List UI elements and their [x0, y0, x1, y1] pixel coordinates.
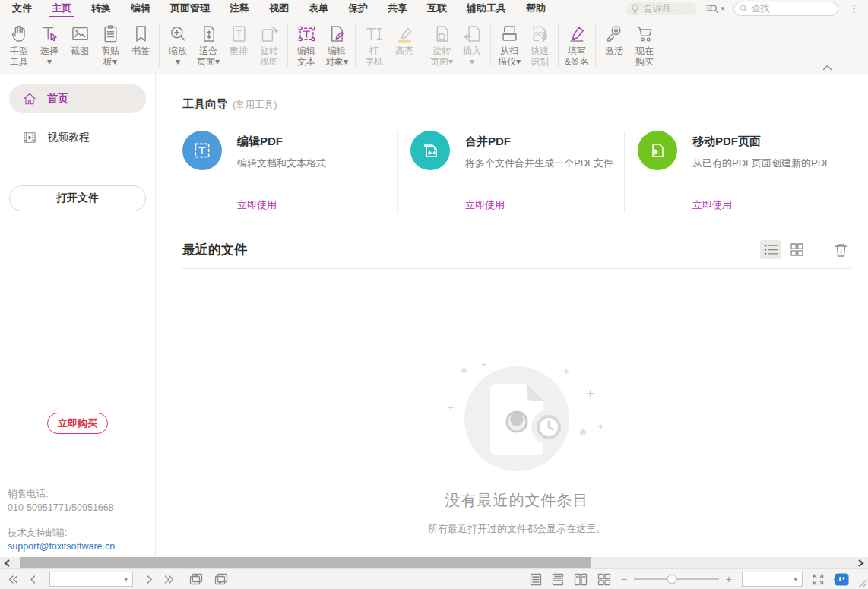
last-page-icon[interactable]	[164, 575, 175, 584]
typewriter-icon	[364, 22, 385, 46]
snapshot-button[interactable]: 截图	[65, 22, 95, 67]
contact-info: 销售电话: 010-50951771/50951668 技术支持邮箱: supp…	[8, 487, 115, 553]
menu-comment[interactable]: 注释	[220, 0, 259, 17]
rotate-pages-icon	[432, 22, 452, 46]
zoom-slider-handle[interactable]	[667, 575, 677, 584]
ribbon-group-edit: 编辑 文本 编辑 对象▾	[291, 22, 352, 67]
fit-page-button[interactable]: 适合 页面▾	[193, 22, 223, 67]
ribbon-group-scan: 从扫 描仪▾ OCR 快速 识别	[494, 22, 555, 67]
tools-wizard-title: 工具向导(常用工具)	[182, 97, 851, 112]
card-desc: 从已有的PDF页面创建新的PDF	[692, 157, 831, 170]
card-action-link[interactable]: 立即使用	[237, 198, 277, 212]
buy-now-button[interactable]: 立即购买	[47, 413, 108, 434]
assistant-robot-icon[interactable]	[834, 572, 850, 587]
card-edit-pdf[interactable]: 编辑PDF 编辑文档和文本格式 立即使用	[182, 131, 397, 212]
find-box[interactable]	[733, 2, 838, 16]
menu-edit[interactable]: 编辑	[121, 0, 160, 17]
ribbon-group-license: 激活 现在 购买	[599, 22, 660, 67]
menu-file[interactable]: 文件	[2, 0, 42, 17]
zoom-out-button[interactable]: −	[621, 574, 627, 584]
menu-home[interactable]: 主页	[42, 0, 81, 17]
menu-accessibility[interactable]: 辅助工具	[457, 0, 516, 17]
facing-view-icon[interactable]	[574, 573, 588, 586]
fullscreen-icon[interactable]	[813, 574, 824, 585]
tell-me-box[interactable]: 告诉我...	[626, 2, 697, 15]
select-tool-button[interactable]: 选择 ▾	[34, 22, 65, 67]
typewriter-button[interactable]: 打 字机	[359, 22, 389, 67]
from-scanner-button[interactable]: 从扫 描仪▾	[494, 22, 524, 67]
edit-object-button[interactable]: 编辑 对象▾	[322, 22, 352, 67]
empty-state-art: + + + + +	[464, 366, 569, 471]
rotate-view-button[interactable]: 旋转 视图	[254, 22, 284, 67]
hand-tool-button[interactable]: 手型 工具	[4, 22, 34, 67]
activate-button[interactable]: 激活	[599, 22, 629, 67]
trash-icon	[835, 243, 847, 257]
menu-form[interactable]: 表单	[299, 0, 338, 17]
reflow-button[interactable]: 重排	[223, 22, 254, 67]
sparkle-icon: +	[563, 365, 570, 376]
continuous-view-icon[interactable]	[552, 573, 564, 586]
caret-down-icon: ▾	[721, 5, 724, 12]
resize-grip[interactable]	[857, 578, 867, 588]
ribbon-toolbar: 手型 工具 选择 ▾ 截图 剪贴 板▾	[0, 17, 868, 74]
menu-convert[interactable]: 转换	[81, 0, 121, 17]
next-page-icon[interactable]	[146, 575, 153, 584]
tool-cards: 编辑PDF 编辑文档和文本格式 立即使用 合并PDF 将多个文件合并生成一个PD…	[182, 131, 851, 212]
caret-down-icon: ▾	[124, 576, 128, 583]
zoom-percent-combobox[interactable]: ▾	[742, 572, 803, 587]
zoom-in-button[interactable]: +	[726, 574, 732, 584]
menu-protect[interactable]: 保护	[338, 0, 378, 17]
sparkle-icon: +	[481, 360, 486, 369]
find-input[interactable]	[751, 3, 832, 14]
clipboard-button[interactable]: 剪贴 板▾	[95, 22, 125, 67]
collapse-ribbon-button[interactable]	[822, 65, 832, 71]
fill-sign-button[interactable]: 填写 &签名	[562, 22, 592, 67]
empty-state-title: 没有最近的文件条目	[445, 490, 589, 511]
sparkle-icon: +	[448, 403, 454, 413]
zoom-slider[interactable]	[634, 578, 719, 580]
scroll-left-arrow[interactable]	[0, 557, 14, 568]
next-view-icon[interactable]	[214, 573, 228, 585]
page-number-combobox[interactable]: ▾	[49, 572, 133, 587]
support-email-link[interactable]: support@foxitsoftware.cn	[8, 540, 115, 553]
menu-help[interactable]: 帮助	[516, 0, 556, 17]
buy-now-ribbon-button[interactable]: 现在 购买	[629, 22, 660, 67]
card-title: 移动PDF页面	[692, 135, 831, 149]
menu-connect[interactable]: 互联	[417, 0, 457, 17]
tools-wizard-note: (常用工具)	[233, 100, 277, 110]
previous-view-icon[interactable]	[189, 573, 203, 585]
fill-sign-icon	[567, 22, 588, 46]
menu-view[interactable]: 视图	[259, 0, 299, 17]
facing-continuous-view-icon[interactable]	[597, 573, 611, 586]
card-merge-pdf[interactable]: 合并PDF 将多个文件合并生成一个PDF文件 立即使用	[397, 131, 624, 212]
grid-view-button[interactable]	[787, 240, 807, 259]
previous-page-icon[interactable]	[30, 575, 36, 584]
menu-share[interactable]: 共享	[378, 0, 417, 17]
card-action-link[interactable]: 立即使用	[465, 198, 505, 212]
zoom-button[interactable]: 缩放 ▾	[163, 22, 193, 67]
sidebar-item-home[interactable]: 首页	[9, 84, 146, 113]
scanner-icon	[499, 22, 520, 46]
open-file-button[interactable]: 打开文件	[9, 185, 146, 211]
rotate-pages-button[interactable]: 旋转 页面▾	[426, 22, 457, 67]
sidebar-item-video-tutorials[interactable]: 视频教程	[9, 123, 146, 152]
first-page-icon[interactable]	[8, 575, 18, 584]
advanced-search-button[interactable]: ▾	[706, 3, 724, 14]
bookmark-icon	[131, 22, 151, 46]
menu-page-organize[interactable]: 页面管理	[160, 0, 220, 17]
insert-pages-button[interactable]: 插入 ▾	[457, 22, 487, 67]
quick-ocr-button[interactable]: OCR 快速 识别	[524, 22, 555, 67]
scrollbar-track[interactable]	[14, 557, 854, 568]
scroll-right-arrow[interactable]	[854, 557, 868, 568]
kebab-menu-icon[interactable]: ⋮	[847, 3, 860, 14]
scrollbar-thumb[interactable]	[20, 557, 591, 568]
card-action-link[interactable]: 立即使用	[692, 198, 732, 212]
clear-recent-button[interactable]	[831, 240, 851, 259]
bookmark-button[interactable]: 书签	[125, 22, 156, 67]
list-view-button[interactable]	[760, 240, 781, 259]
card-move-pdf-pages[interactable]: 移动PDF页面 从已有的PDF页面创建新的PDF 立即使用	[624, 131, 851, 212]
highlight-button[interactable]: 高亮	[389, 22, 420, 67]
single-page-view-icon[interactable]	[530, 573, 542, 586]
edit-text-button[interactable]: 编辑 文本	[291, 22, 322, 67]
list-view-icon	[764, 244, 778, 255]
